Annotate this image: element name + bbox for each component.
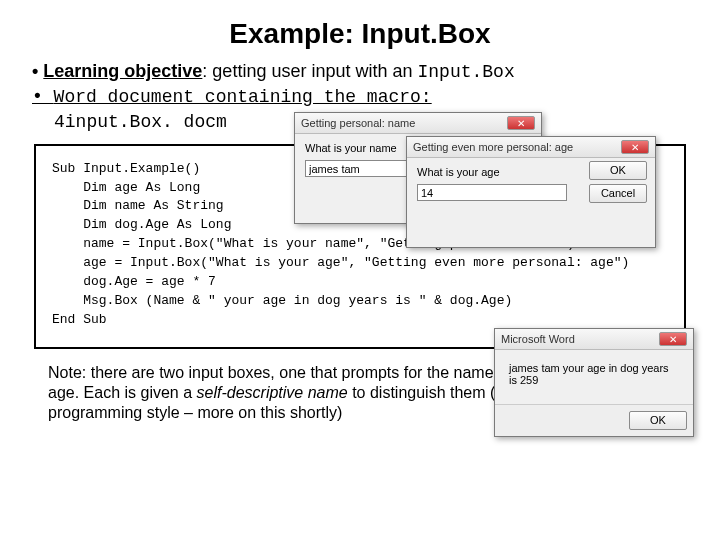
bullet-document: Word document containing the macro: — [32, 86, 692, 109]
cancel-button[interactable]: Cancel — [589, 184, 647, 203]
ok-button[interactable]: OK — [629, 411, 687, 430]
msgbox-text: james tam your age in dog years is 259 — [509, 362, 679, 386]
ok-button[interactable]: OK — [589, 161, 647, 180]
bullet-objective: Learning objective: getting user input w… — [32, 60, 692, 84]
inputbox-age-dialog: Getting even more personal: age ✕ What i… — [406, 136, 656, 248]
msgbox-titlebar: Microsoft Word ✕ — [495, 329, 693, 350]
objective-label: Learning objective — [43, 61, 202, 81]
msgbox-title: Microsoft Word — [501, 333, 575, 345]
inputbox-age-titlebar: Getting even more personal: age ✕ — [407, 137, 655, 158]
close-icon[interactable]: ✕ — [507, 116, 535, 130]
close-icon[interactable]: ✕ — [659, 332, 687, 346]
close-icon[interactable]: ✕ — [621, 140, 649, 154]
inputbox-name-title: Getting personal: name — [301, 117, 415, 129]
inputbox-age-field[interactable] — [417, 184, 567, 201]
bullet-list: Learning objective: getting user input w… — [32, 60, 692, 110]
slide-title: Example: Input.Box — [28, 18, 692, 50]
inputbox-name-titlebar: Getting personal: name ✕ — [295, 113, 541, 134]
objective-text: : getting user input with an — [202, 61, 417, 81]
objective-code: Input.Box — [418, 62, 515, 82]
note-em: self-descriptive name — [197, 384, 348, 401]
msgbox-dialog: Microsoft Word ✕ james tam your age in d… — [494, 328, 694, 437]
inputbox-age-title: Getting even more personal: age — [413, 141, 573, 153]
